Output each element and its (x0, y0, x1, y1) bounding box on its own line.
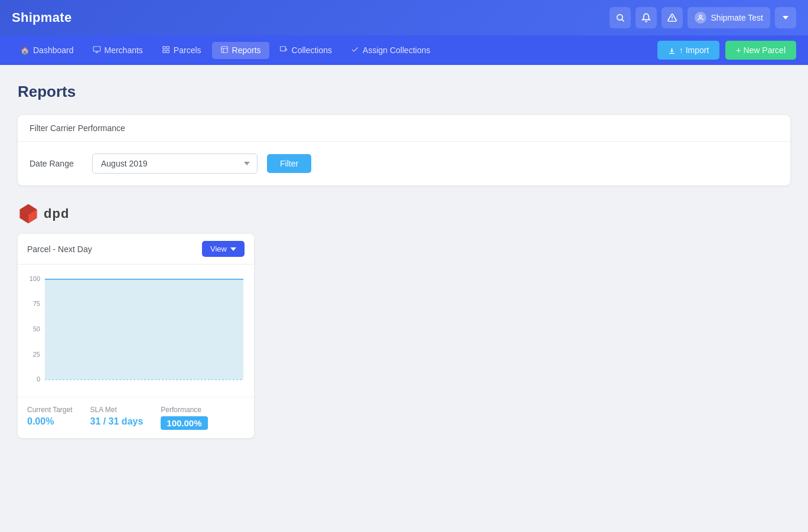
nav-parcels[interactable]: Parcels (154, 42, 210, 59)
import-label: ↑ Import (679, 45, 709, 55)
top-bar-right: Shipmate Test (610, 7, 796, 28)
filter-button[interactable]: Filter (267, 154, 311, 173)
stat-current-target: Current Target 0.00% (27, 406, 72, 430)
svg-rect-5 (93, 46, 100, 51)
svg-rect-9 (167, 50, 169, 53)
home-icon: 🏠 (20, 46, 30, 55)
merchants-icon (93, 45, 101, 56)
filter-card-header: Filter Carrier Performance (18, 115, 790, 142)
nav-merchants-label: Merchants (105, 45, 143, 55)
date-range-select[interactable]: August 2019 July 2019 June 2019 Septembe… (92, 154, 258, 174)
user-menu-button[interactable]: Shipmate Test (688, 7, 770, 28)
svg-rect-10 (221, 46, 227, 53)
nav-reports-label: Reports (232, 45, 261, 55)
nav-assign-collections[interactable]: Assign Collections (343, 42, 438, 59)
stat-sla-met: SLA Met 31 / 31 days (90, 406, 143, 430)
notification-button[interactable] (636, 7, 657, 28)
nav-parcels-label: Parcels (174, 45, 201, 55)
user-name: Shipmate Test (711, 13, 763, 22)
filter-card-body: Date Range August 2019 July 2019 June 20… (18, 142, 790, 185)
svg-text:50: 50 (33, 325, 40, 332)
view-dropdown-icon (230, 247, 236, 251)
filter-section-title: Filter Carrier Performance (30, 123, 125, 133)
performance-chart: 100 75 50 25 0 (24, 270, 247, 389)
view-button[interactable]: View (202, 241, 245, 257)
app-logo: Shipmate (12, 10, 71, 25)
nav-assign-collections-label: Assign Collections (363, 45, 430, 55)
filter-card: Filter Carrier Performance Date Range Au… (18, 115, 790, 185)
nav-bar: 🏠 Dashboard Merchants Parcels Reports (0, 35, 808, 65)
view-label: View (210, 244, 227, 253)
user-dropdown-button[interactable] (775, 7, 796, 28)
new-parcel-label: + New Parcel (736, 45, 786, 55)
page-title: Reports (18, 83, 790, 101)
dpd-cube-icon (18, 203, 39, 224)
chart-card-title: Parcel - Next Day (27, 244, 92, 254)
dpd-logo: dpd (18, 203, 69, 224)
stat-performance: Performance 100.00% (161, 406, 207, 430)
top-bar: Shipmate Shipmate Test (0, 0, 808, 35)
chart-footer: Current Target 0.00% SLA Met 31 / 31 day… (18, 397, 254, 438)
carrier-name: dpd (44, 206, 69, 221)
nav-reports[interactable]: Reports (212, 42, 269, 59)
chart-area: 100 75 50 25 0 (18, 265, 254, 397)
reports-icon (220, 45, 229, 56)
svg-text:25: 25 (33, 351, 40, 358)
sla-met-value: 31 / 31 days (90, 416, 143, 427)
nav-merchants[interactable]: Merchants (84, 42, 151, 59)
nav-dashboard[interactable]: 🏠 Dashboard (12, 42, 82, 58)
page-content: Reports Filter Carrier Performance Date … (0, 65, 808, 456)
chart-card: Parcel - Next Day View 100 75 50 25 0 (18, 234, 254, 438)
performance-label: Performance (161, 406, 207, 414)
current-target-value: 0.00% (27, 416, 72, 427)
svg-text:0: 0 (37, 376, 40, 383)
svg-rect-7 (167, 46, 169, 48)
svg-text:100: 100 (30, 275, 40, 282)
user-avatar (695, 12, 706, 24)
sla-met-label: SLA Met (90, 406, 143, 414)
svg-line-1 (622, 19, 624, 21)
nav-collections-label: Collections (292, 45, 332, 55)
svg-text:75: 75 (33, 300, 40, 307)
nav-actions: ↑ Import + New Parcel (657, 41, 796, 60)
collections-icon (280, 45, 288, 56)
filter-date-range-label: Date Range (30, 159, 83, 168)
svg-marker-24 (45, 279, 243, 380)
svg-rect-11 (280, 46, 285, 51)
assign-collections-icon (351, 45, 359, 56)
nav-links: 🏠 Dashboard Merchants Parcels Reports (12, 42, 438, 59)
parcels-icon (162, 45, 170, 56)
nav-collections[interactable]: Collections (272, 42, 340, 59)
current-target-label: Current Target (27, 406, 72, 414)
search-button[interactable] (610, 7, 631, 28)
import-button[interactable]: ↑ Import (657, 41, 720, 60)
svg-rect-6 (163, 46, 165, 48)
svg-rect-8 (163, 50, 165, 53)
nav-dashboard-label: Dashboard (33, 45, 74, 55)
performance-value: 100.00% (161, 416, 207, 430)
svg-point-4 (699, 15, 702, 18)
carrier-header: dpd (18, 203, 790, 224)
alert-button[interactable] (662, 7, 683, 28)
chart-card-header: Parcel - Next Day View (18, 234, 254, 265)
new-parcel-button[interactable]: + New Parcel (725, 41, 796, 60)
